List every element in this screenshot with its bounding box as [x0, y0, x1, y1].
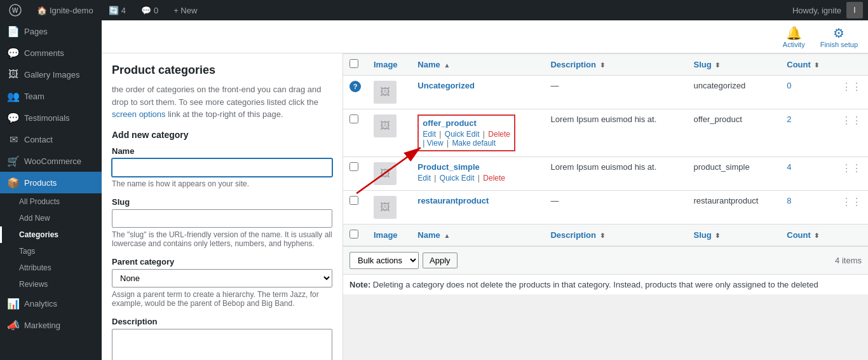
quick-edit-link[interactable]: Quick Edit	[440, 174, 475, 183]
gallery-icon: 🖼	[8, 69, 19, 80]
note-section: Note: Deleting a category does not delet…	[343, 274, 868, 294]
offer-highlight-box: offer_product Edit | Quick Edit | Delete	[417, 114, 515, 151]
row-reorder: ⋮⋮	[835, 109, 868, 157]
row-reorder: ⋮⋮	[835, 157, 868, 191]
count-link[interactable]: 4	[787, 162, 791, 172]
row-reorder: ⋮⋮	[835, 76, 868, 109]
add-category-panel: Product categories the order of categori…	[102, 53, 343, 360]
category-name-link[interactable]: Product_simple	[417, 162, 480, 172]
description-label: Description	[112, 317, 332, 326]
finish-setup-button[interactable]: ⚙ Finish setup	[820, 25, 858, 48]
updates-button[interactable]: 🔄 4	[105, 6, 130, 15]
bulk-actions-select[interactable]: Bulk actions	[349, 252, 419, 269]
analytics-icon: 📊	[8, 298, 19, 309]
footer-count-header[interactable]: Count ⬍	[780, 225, 835, 246]
row-checkbox-input[interactable]	[349, 114, 358, 123]
sidebar-item-pages[interactable]: 📄 Pages	[0, 20, 102, 42]
submenu-add-new[interactable]: Add New	[0, 210, 102, 226]
reorder-icon: ⋮⋮	[841, 115, 862, 126]
count-header[interactable]: Count ⬍	[780, 54, 835, 76]
row-checkbox-input[interactable]	[349, 196, 358, 205]
categories-table-panel: Image Name ▲ Description ⬍	[343, 53, 868, 360]
quick-edit-link[interactable]: Quick Edit	[445, 130, 480, 139]
page-title: Product categories	[112, 64, 332, 77]
slug-hint: The "slug" is the URL-friendly version o…	[112, 230, 332, 248]
row-count: 0	[780, 76, 835, 109]
sidebar-item-team[interactable]: 👥 Team	[0, 85, 102, 107]
footer-slug-header[interactable]: Slug ⬍	[687, 225, 780, 246]
edit-link[interactable]: Edit	[423, 130, 436, 139]
parent-select[interactable]: None	[112, 269, 332, 287]
name-input[interactable]	[112, 158, 332, 177]
view-link[interactable]: | View	[423, 139, 443, 148]
count-link[interactable]: 8	[787, 196, 791, 205]
page-description: the order of categories on the front-end…	[112, 83, 332, 121]
footer-select-all[interactable]	[349, 230, 358, 239]
make-default-link[interactable]: Make default	[452, 139, 496, 148]
help-icon[interactable]: ?	[349, 81, 361, 92]
sidebar-item-gallery[interactable]: 🖼 Gallery Images	[0, 64, 102, 85]
select-all-checkbox[interactable]	[349, 59, 358, 68]
delete-link[interactable]: Delete	[483, 174, 505, 183]
delete-link[interactable]: Delete	[488, 130, 510, 139]
row-image: 🖼	[367, 191, 411, 225]
desc-sort-icon: ⬍	[600, 62, 605, 69]
screen-options-link[interactable]: screen options	[112, 109, 166, 119]
finish-setup-icon: ⚙	[833, 25, 844, 41]
name-header[interactable]: Name ▲	[411, 54, 544, 76]
row-name: Uncategorized	[411, 76, 544, 109]
sidebar-item-comments[interactable]: 💬 Comments	[0, 42, 102, 64]
pages-icon: 📄	[8, 25, 19, 37]
category-name-link[interactable]: Uncategorized	[417, 81, 475, 90]
name-field-group: Name The name is how it appears on your …	[112, 146, 332, 188]
sidebar-item-woocommerce[interactable]: 🛒 WooCommerce	[0, 150, 102, 172]
wp-logo[interactable]: W	[5, 4, 25, 17]
row-checkbox-input[interactable]	[349, 162, 358, 171]
site-name[interactable]: 🏠 Ignite-demo	[33, 6, 97, 15]
reorder-icon: ⋮⋮	[841, 81, 862, 92]
slug-input[interactable]	[112, 209, 332, 228]
parent-label: Parent category	[112, 257, 332, 267]
count-link[interactable]: 0	[787, 81, 791, 90]
image-placeholder: 🖼	[374, 114, 397, 137]
submenu-tags[interactable]: Tags	[0, 243, 102, 260]
reorder-header	[835, 54, 868, 76]
slug-header[interactable]: Slug ⬍	[687, 54, 780, 76]
new-button[interactable]: + New	[170, 6, 201, 15]
submenu-categories[interactable]: Categories	[0, 226, 102, 243]
activity-icon: 🔔	[786, 25, 802, 41]
sidebar-item-contact[interactable]: ✉ Contact	[0, 128, 102, 150]
note-text: Deleting a category does not delete the …	[373, 280, 818, 289]
sidebar-item-products[interactable]: 📦 Products	[0, 172, 102, 193]
submenu-reviews[interactable]: Reviews	[0, 276, 102, 293]
row-count: 4	[780, 157, 835, 191]
products-icon: 📦	[8, 177, 19, 188]
user-avatar[interactable]: I	[846, 2, 863, 18]
row-checkbox	[343, 191, 367, 225]
activity-button[interactable]: 🔔 Activity	[783, 25, 805, 48]
edit-link[interactable]: Edit	[417, 174, 431, 183]
table-row: ? 🖼 Uncategorized	[343, 76, 868, 109]
apply-button[interactable]: Apply	[423, 253, 458, 268]
row-reorder: ⋮⋮	[835, 191, 868, 225]
slug-field-group: Slug The "slug" is the URL-friendly vers…	[112, 197, 332, 248]
description-header[interactable]: Description ⬍	[544, 54, 687, 76]
submenu-all-products[interactable]: All Products	[0, 193, 102, 210]
topbar: 🔔 Activity ⚙ Finish setup	[102, 20, 868, 53]
description-input[interactable]	[112, 329, 332, 361]
count-sort-icon: ⬍	[814, 62, 819, 69]
footer-desc-header[interactable]: Description ⬍	[544, 225, 687, 246]
sidebar-item-analytics[interactable]: 📊 Analytics	[0, 293, 102, 314]
checkbox-header	[343, 54, 367, 76]
footer-name-header[interactable]: Name ▲	[411, 225, 544, 246]
sidebar-item-marketing[interactable]: 📣 Marketing	[0, 314, 102, 336]
comments-button[interactable]: 💬 0	[137, 6, 162, 15]
count-link[interactable]: 2	[787, 114, 791, 124]
table-row: 🖼 offer_product Edit |	[343, 109, 868, 157]
offer-category-link[interactable]: offer_product	[423, 118, 477, 128]
category-name-link[interactable]: restaurantproduct	[417, 196, 489, 205]
howdy-text: Howdy, ignite	[792, 6, 841, 15]
image-header: Image	[367, 54, 411, 76]
sidebar-item-testimonials[interactable]: 💬 Testimonials	[0, 107, 102, 128]
submenu-attributes[interactable]: Attributes	[0, 260, 102, 276]
